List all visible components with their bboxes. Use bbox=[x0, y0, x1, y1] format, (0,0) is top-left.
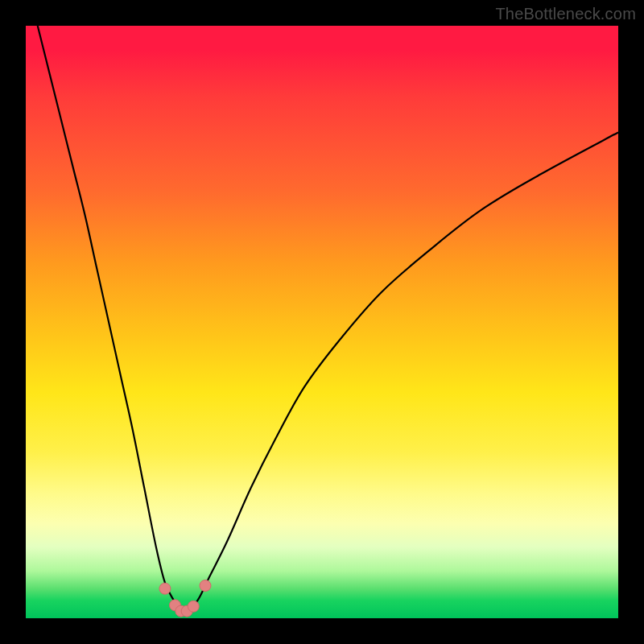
chart-frame: TheBottleneck.com bbox=[0, 0, 644, 644]
trough-marker bbox=[188, 601, 199, 612]
trough-marker bbox=[200, 580, 211, 592]
right-branch-curve bbox=[186, 132, 618, 612]
plot-area bbox=[26, 26, 618, 618]
trough-marker bbox=[159, 583, 171, 594]
attribution-label: TheBottleneck.com bbox=[495, 5, 636, 23]
trough-markers bbox=[159, 580, 211, 617]
curve-layer bbox=[26, 26, 618, 618]
left-branch-curve bbox=[38, 26, 186, 613]
